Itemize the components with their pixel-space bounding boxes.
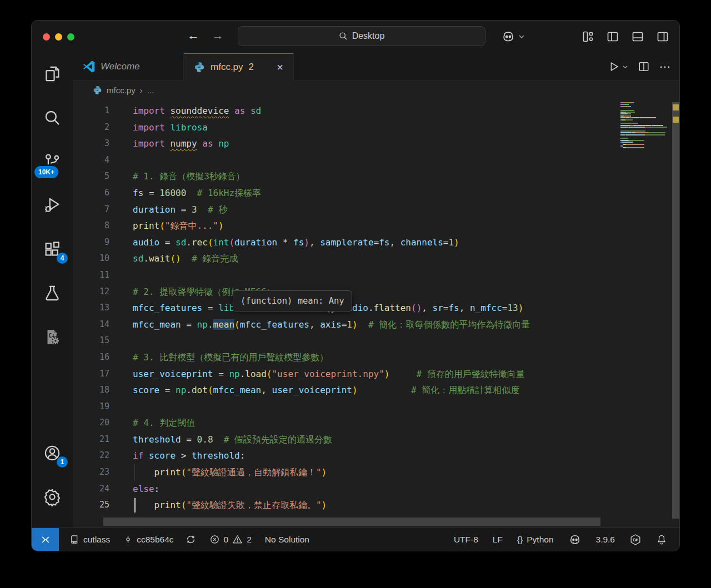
code-line[interactable]: 25 print("聲紋驗證失敗，禁止存取私鑰。") xyxy=(73,497,618,514)
extensions-icon[interactable]: 4 xyxy=(39,236,66,263)
code-line[interactable]: 11 xyxy=(73,267,618,284)
code-token: mfcc_mean xyxy=(213,385,262,395)
breadcrumb-more[interactable]: ... xyxy=(147,86,154,95)
eol-item[interactable]: LF xyxy=(493,535,503,545)
back-arrow-icon[interactable]: ← xyxy=(187,28,199,43)
encoding-item[interactable]: UTF-8 xyxy=(454,535,478,545)
line-number: 3 xyxy=(73,135,109,152)
line-number: 24 xyxy=(73,481,109,497)
minimap-line xyxy=(620,112,667,113)
code-line[interactable]: 21threshold = 0.8 # 假設預先設定的通過分數 xyxy=(73,431,618,448)
editor[interactable]: 1import sounddevice as sd2import librosa… xyxy=(73,99,679,527)
horizontal-scrollbar[interactable] xyxy=(103,517,600,526)
problems-item[interactable]: 0 2 xyxy=(209,534,252,545)
code-line[interactable]: 8print("錄音中...") xyxy=(73,218,618,234)
explorer-icon[interactable] xyxy=(39,61,66,87)
toggle-secondary-sidebar-icon[interactable] xyxy=(656,30,669,43)
code-line[interactable]: 24else: xyxy=(73,481,618,497)
code-token: 0.8 xyxy=(197,434,213,445)
search-sidebar-icon[interactable] xyxy=(39,104,66,131)
minimap-line xyxy=(620,127,667,128)
minimap-line xyxy=(620,140,667,141)
run-dropdown-chevron-icon[interactable] xyxy=(622,64,628,70)
command-center-search[interactable]: Desktop xyxy=(238,26,485,46)
breadcrumb-file[interactable]: mfcc.py xyxy=(107,86,136,95)
cpp-tools-icon[interactable]: C++ xyxy=(39,324,66,350)
code-line[interactable]: 2import librosa xyxy=(73,119,618,136)
code-line[interactable]: 9audio = sd.rec(int(duration * fs), samp… xyxy=(73,234,618,251)
code-line[interactable]: 10sd.wait() # 錄音完成 xyxy=(73,250,618,267)
tab-welcome[interactable]: Welcome xyxy=(73,53,184,80)
solution-item[interactable]: No Solution xyxy=(265,535,309,545)
sync-icon[interactable] xyxy=(186,534,196,545)
code-line[interactable]: 14mfcc_mean = np.mean(mfcc_features, axi… xyxy=(73,316,618,333)
code-token: mean xyxy=(213,319,235,330)
code-token: . xyxy=(240,369,246,379)
copilot-icon[interactable] xyxy=(501,29,515,44)
code-line[interactable]: 5# 1. 錄音（模擬3秒錄音） xyxy=(73,168,618,185)
code-line[interactable]: 23 print("聲紋驗證通過，自動解鎖私鑰！") xyxy=(73,464,618,481)
run-file-icon[interactable] xyxy=(608,61,620,73)
code-line[interactable]: 15 xyxy=(73,333,618,349)
zoom-window-button[interactable] xyxy=(67,33,74,41)
customize-layout-icon[interactable] xyxy=(581,30,594,43)
code-line[interactable]: 22if score > threshold: xyxy=(73,448,618,464)
code-line[interactable]: 18score = np.dot(mfcc_mean, user_voicepr… xyxy=(73,382,618,399)
testing-icon[interactable] xyxy=(39,280,66,306)
chevron-down-icon[interactable] xyxy=(518,33,525,40)
code-line[interactable]: 4 xyxy=(73,152,618,169)
accounts-icon[interactable]: 1 xyxy=(39,440,66,466)
minimap-line xyxy=(620,138,667,139)
code-token: user_voiceprint xyxy=(133,369,213,379)
code-token: duration xyxy=(234,237,277,248)
tab-mfcc[interactable]: mfcc.py 2 × xyxy=(184,53,294,81)
commit-icon xyxy=(123,534,133,545)
python-version-item[interactable]: 3.9.6 xyxy=(596,535,615,545)
code-token: # 預存的用戶聲紋特徵向量 xyxy=(389,369,524,379)
source-control-icon[interactable]: 10K+ xyxy=(39,148,66,175)
forward-arrow-icon[interactable]: → xyxy=(212,28,224,43)
code-token: , xyxy=(309,319,320,330)
code-line[interactable]: 19 xyxy=(73,399,618,415)
minimap-line xyxy=(620,121,667,122)
code-token: ) xyxy=(384,369,390,379)
language-item[interactable]: {} Python xyxy=(517,535,554,545)
copilot-status-icon[interactable] xyxy=(568,533,582,546)
settings-gear-icon[interactable] xyxy=(39,484,66,510)
toggle-primary-sidebar-icon[interactable] xyxy=(606,30,619,43)
code-line[interactable]: 16# 3. 比對模型（模擬已有的用戶聲紋模型參數） xyxy=(73,349,618,366)
close-window-button[interactable] xyxy=(43,33,50,41)
csharp-icon[interactable]: C# xyxy=(629,534,642,546)
tab-mfcc-badge: 2 xyxy=(249,62,254,73)
code-line[interactable]: 1import sounddevice as sd xyxy=(73,103,618,119)
code-token: = xyxy=(202,303,218,313)
code-line[interactable]: 20# 4. 判定閾值 xyxy=(73,415,618,431)
split-editor-icon[interactable] xyxy=(638,61,650,73)
code-line[interactable]: 17user_voiceprint = np.load("user_voicep… xyxy=(73,366,618,383)
code-token: import xyxy=(133,138,170,149)
code-token: "聲紋驗證失敗，禁止存取私鑰。" xyxy=(186,500,321,510)
code-token: ) xyxy=(518,303,524,313)
code-line[interactable]: 3import numpy as np xyxy=(73,135,618,152)
minimize-window-button[interactable] xyxy=(55,33,62,41)
close-tab-icon[interactable]: × xyxy=(277,62,283,73)
commit-item[interactable]: cc85b64c xyxy=(123,534,196,545)
toggle-panel-icon[interactable] xyxy=(631,30,644,43)
line-number: 17 xyxy=(73,366,109,383)
line-number: 1 xyxy=(73,103,109,119)
code-token: # 1. 錄音（模擬3秒錄音） xyxy=(133,171,245,182)
code-line[interactable]: 7duration = 3 # 秒 xyxy=(73,202,618,218)
minimap-line xyxy=(620,108,667,109)
run-debug-icon[interactable] xyxy=(39,192,66,219)
code-token: = xyxy=(181,434,197,445)
code-token: sd xyxy=(176,237,186,248)
code-token: 13 xyxy=(507,303,518,313)
minimap[interactable] xyxy=(620,102,667,149)
notifications-bell-icon[interactable] xyxy=(656,534,667,545)
more-actions-icon[interactable]: ⋯ xyxy=(659,60,672,73)
breadcrumb[interactable]: mfcc.py › ... xyxy=(73,81,679,99)
repository-item[interactable]: cutlass xyxy=(69,534,110,545)
remote-indicator[interactable] xyxy=(32,528,59,551)
vertical-scrollbar[interactable] xyxy=(672,102,679,519)
code-line[interactable]: 6fs = 16000 # 16kHz採樣率 xyxy=(73,185,618,202)
